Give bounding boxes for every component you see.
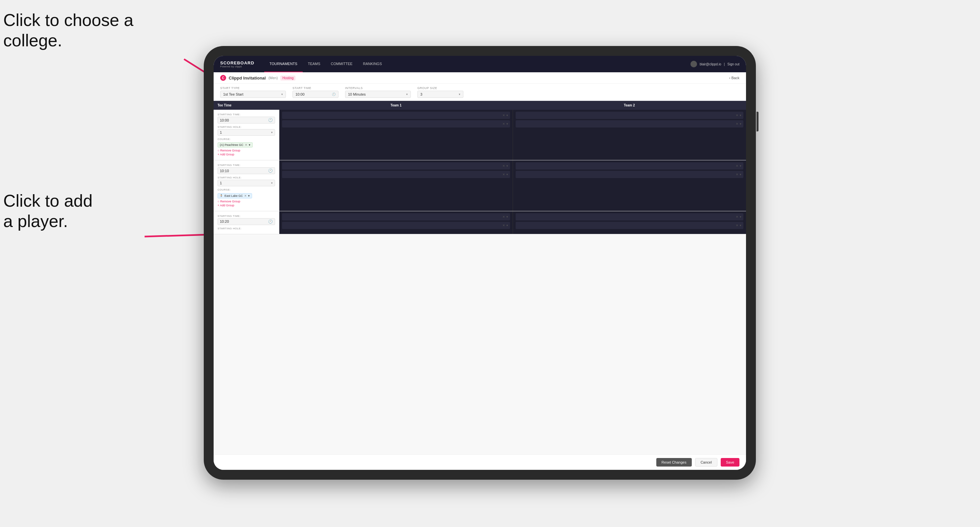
x-icon-2-2[interactable]: ✕ [736, 122, 738, 125]
remove-course-icon-2[interactable]: ✕ [244, 194, 247, 197]
starting-time-value-3: 10:20 [220, 219, 229, 224]
intervals-input[interactable]: 10 Minutes ▾ [345, 90, 411, 98]
starting-time-field-2[interactable]: 10:10 🕙 [218, 167, 275, 174]
main-content: STARTING TIME: 10:00 🕙 STARTING HOLE: 1 … [214, 110, 746, 454]
schedule-row-2: STARTING TIME: 10:10 🕙 STARTING HOLE: 1 … [214, 160, 746, 211]
start-time-value: 10:00 [296, 92, 305, 96]
sign-out-link[interactable]: Sign out [727, 62, 740, 66]
x-icon-5-1[interactable]: ✕ [503, 215, 505, 219]
team2-col-3: ✕ ▾ ✕ ▾ [513, 211, 746, 234]
back-label: Back [732, 76, 740, 80]
x-icon-1-1[interactable]: ✕ [503, 114, 505, 117]
annotation-line2: college. [3, 31, 62, 50]
add-group-link-1[interactable]: + Add Group [218, 153, 275, 156]
player-slot-5-2[interactable]: ✕ ▾ [282, 222, 510, 229]
course-tag-1[interactable]: (A) Peachtree GC ✕ ▾ [218, 142, 253, 148]
cancel-button[interactable]: Cancel [695, 458, 718, 467]
powered-text: Powered by clippd [220, 65, 255, 68]
chevron-down-icon-2: ▾ [406, 93, 408, 96]
player-slot-1-1[interactable]: ✕ ▾ [282, 112, 510, 119]
remove-course-icon-1[interactable]: ✕ [245, 143, 247, 146]
tab-rankings[interactable]: RANKINGS [358, 56, 387, 72]
course-chevron-2: ▾ [248, 194, 250, 197]
course-tag-2[interactable]: 🏌 East Lake GC ✕ ▾ [218, 193, 252, 198]
sub-header-left: C Clippd Invitational (Men) Hosting [220, 75, 296, 81]
chevron-slot-3-2: ▾ [506, 173, 508, 176]
course-chevron-1: ▾ [249, 143, 250, 146]
group-size-label: Group Size [417, 86, 463, 90]
schedule-row-3: STARTING TIME: 10:20 🕙 STARTING HOLE: ✕ … [214, 211, 746, 234]
group-size-input[interactable]: 3 ▾ [417, 90, 463, 98]
chevron-slot-1-2: ▾ [506, 122, 508, 125]
start-time-group: Start Time 10:00 🕙 [293, 86, 339, 98]
player-slot-2-1[interactable]: ✕ ▾ [515, 112, 744, 119]
tee-time-col-3: STARTING TIME: 10:20 🕙 STARTING HOLE: [214, 211, 279, 234]
annotation-line4: a player. [3, 211, 68, 231]
starting-hole-field-1[interactable]: 1 ▾ [218, 129, 275, 136]
player-slot-6-2[interactable]: ✕ ▾ [515, 222, 744, 229]
chevron-hole-1: ▾ [271, 131, 273, 134]
user-email: blair@clippd.io [700, 62, 721, 66]
nav-brand: SCOREBOARD Powered by clippd [220, 60, 255, 68]
start-time-input[interactable]: 10:00 🕙 [293, 90, 339, 98]
tablet-frame: SCOREBOARD Powered by clippd TOURNAMENTS… [204, 46, 756, 480]
player-slot-2-2[interactable]: ✕ ▾ [515, 120, 744, 127]
th-team1: Team 1 [279, 101, 513, 110]
x-icon-3-1[interactable]: ✕ [503, 164, 505, 168]
remove-group-link-2[interactable]: ○ Remove Group [218, 200, 275, 203]
tournament-name: Clippd Invitational [229, 76, 266, 81]
x-icon-4-1[interactable]: ✕ [736, 164, 738, 168]
chevron-slot-3-1: ▾ [506, 164, 508, 168]
chevron-slot-2-2: ▾ [740, 122, 741, 125]
player-slot-3-2[interactable]: ✕ ▾ [282, 171, 510, 178]
tablet-screen: SCOREBOARD Powered by clippd TOURNAMENTS… [214, 56, 746, 470]
x-icon-6-1[interactable]: ✕ [736, 215, 738, 219]
back-button[interactable]: ‹ Back [729, 76, 740, 80]
team2-col-2: ✕ ▾ ✕ ▾ [513, 160, 746, 211]
course-value-1: (A) Peachtree GC [220, 143, 243, 146]
save-button[interactable]: Save [721, 458, 740, 467]
x-icon-4-2[interactable]: ✕ [736, 173, 738, 176]
x-icon-1-2[interactable]: ✕ [503, 122, 505, 125]
x-icon-6-2[interactable]: ✕ [736, 224, 738, 227]
course-label-2: COURSE: [218, 188, 275, 191]
starting-hole-label-2: STARTING HOLE: [218, 176, 275, 179]
starting-time-field-1[interactable]: 10:00 🕙 [218, 117, 275, 124]
clock-icon-2: 🕙 [268, 168, 273, 173]
chevron-slot-2-1: ▾ [740, 114, 741, 117]
tab-tournaments[interactable]: TOURNAMENTS [264, 56, 303, 72]
table-header: Tee Time Team 1 Team 2 [214, 101, 746, 110]
th-tee-time: Tee Time [214, 101, 279, 110]
remove-group-link-1[interactable]: ○ Remove Group [218, 149, 275, 152]
chevron-slot-6-2: ▾ [740, 224, 741, 227]
add-group-link-2[interactable]: + Add Group [218, 204, 275, 207]
tab-committee[interactable]: COMMITTEE [326, 56, 358, 72]
start-type-input[interactable]: 1st Tee Start ▾ [220, 90, 286, 98]
starting-hole-field-2[interactable]: 1 ▾ [218, 180, 275, 186]
clock-icon-1: 🕙 [268, 118, 273, 122]
player-slot-1-2[interactable]: ✕ ▾ [282, 120, 510, 127]
tab-teams[interactable]: TEAMS [303, 56, 326, 72]
starting-hole-value-1: 1 [220, 130, 222, 134]
team1-col-1: ✕ ▾ ✕ ▾ [279, 110, 513, 160]
player-slot-5-1[interactable]: ✕ ▾ [282, 213, 510, 221]
start-type-group: Start Type 1st Tee Start ▾ [220, 86, 286, 98]
nav-tabs: TOURNAMENTS TEAMS COMMITTEE RANKINGS [264, 56, 690, 72]
x-icon-3-2[interactable]: ✕ [503, 173, 505, 176]
x-icon-2-1[interactable]: ✕ [736, 114, 738, 117]
player-slot-4-2[interactable]: ✕ ▾ [515, 171, 744, 178]
starting-time-field-3[interactable]: 10:20 🕙 [218, 218, 275, 225]
player-slot-3-1[interactable]: ✕ ▾ [282, 162, 510, 170]
team2-col-1: ✕ ▾ ✕ ▾ [513, 110, 746, 160]
chevron-slot-4-1: ▾ [740, 164, 741, 168]
team1-col-2: ✕ ▾ ✕ ▾ [279, 160, 513, 211]
bottom-bar: Reset Changes Cancel Save [214, 454, 746, 470]
intervals-label: Intervals [345, 86, 411, 90]
user-avatar [690, 61, 697, 67]
chevron-slot-4-2: ▾ [740, 173, 741, 176]
chevron-down-icon: ▾ [281, 93, 283, 96]
player-slot-4-1[interactable]: ✕ ▾ [515, 162, 744, 170]
player-slot-6-1[interactable]: ✕ ▾ [515, 213, 744, 221]
reset-changes-button[interactable]: Reset Changes [656, 458, 692, 467]
x-icon-5-2[interactable]: ✕ [503, 224, 505, 227]
